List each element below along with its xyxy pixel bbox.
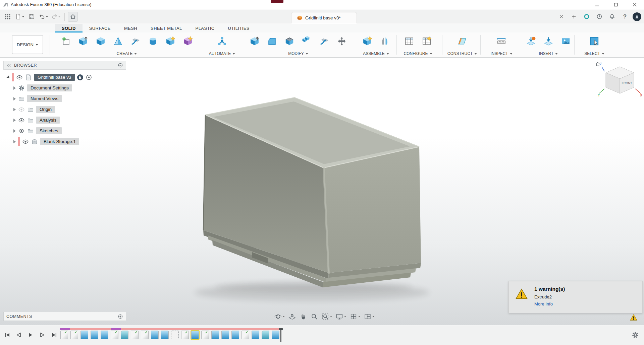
move-copy-button[interactable] bbox=[335, 34, 349, 49]
browser-item-named-views[interactable]: Named Views bbox=[9, 94, 126, 103]
skip-to-end-button[interactable] bbox=[50, 331, 58, 339]
visibility-eye-icon[interactable] bbox=[18, 128, 25, 134]
app-launcher-button[interactable] bbox=[3, 12, 13, 22]
browser-item-document-settings[interactable]: Document Settings bbox=[9, 83, 126, 92]
browser-item-label[interactable]: Analysis bbox=[36, 117, 60, 124]
loft-button[interactable] bbox=[111, 34, 125, 49]
view-cube[interactable]: FRONT Y X Z bbox=[594, 59, 643, 101]
timeline-feature-extrude[interactable] bbox=[272, 331, 279, 339]
orbit-button[interactable] bbox=[274, 312, 285, 321]
expand-caret-icon[interactable] bbox=[13, 86, 16, 90]
timeline-playhead[interactable] bbox=[280, 328, 281, 342]
save-button[interactable] bbox=[26, 12, 37, 22]
box-button[interactable] bbox=[94, 34, 108, 49]
timeline-feature-extrude[interactable] bbox=[221, 331, 229, 339]
play-button[interactable] bbox=[26, 331, 35, 339]
expand-caret-icon[interactable] bbox=[6, 75, 10, 79]
tab-solid[interactable]: SOLID bbox=[55, 24, 83, 32]
visibility-eye-icon[interactable] bbox=[18, 117, 25, 124]
tab-mesh[interactable]: MESH bbox=[117, 24, 144, 32]
timeline-feature-sketch[interactable] bbox=[131, 331, 139, 339]
tab-sheet-metal[interactable]: SHEET METAL bbox=[144, 24, 189, 32]
timeline-feature-sketch[interactable] bbox=[70, 331, 78, 339]
tab-surface[interactable]: SURFACE bbox=[83, 24, 117, 32]
browser-item-label[interactable]: Sketches bbox=[36, 127, 62, 134]
notifications-bell-icon[interactable] bbox=[607, 12, 617, 22]
minimize-panel-icon[interactable] bbox=[118, 63, 123, 68]
group-label-construct[interactable]: CONSTRUCT bbox=[445, 51, 479, 56]
look-at-button[interactable] bbox=[288, 312, 297, 321]
step-forward-button[interactable] bbox=[38, 331, 47, 339]
3d-viewport[interactable]: FRONT Y X Z BROWSER bbox=[0, 58, 644, 325]
sweep-button[interactable] bbox=[128, 34, 143, 49]
timeline-feature-sketch[interactable] bbox=[141, 331, 149, 339]
browser-item-sketches[interactable]: Sketches bbox=[9, 126, 126, 135]
zoom-button[interactable] bbox=[310, 312, 319, 321]
maximize-button[interactable] bbox=[606, 0, 625, 9]
viewports-button[interactable] bbox=[363, 312, 375, 321]
create-form-button[interactable] bbox=[181, 34, 195, 49]
timeline-feature-extrude[interactable] bbox=[252, 331, 259, 339]
more-info-link[interactable]: More Info bbox=[534, 301, 553, 306]
timeline-feature-extrude[interactable] bbox=[91, 331, 98, 339]
shell-button[interactable] bbox=[282, 34, 297, 49]
timeline-feature-sketch[interactable] bbox=[181, 331, 189, 339]
timeline-feature-sketch[interactable] bbox=[241, 331, 249, 339]
browser-root-item[interactable]: Gridfiniti base v3 E bbox=[3, 73, 126, 82]
units-icon[interactable] bbox=[86, 74, 92, 81]
fillet-button[interactable] bbox=[265, 34, 279, 49]
undo-button[interactable] bbox=[38, 12, 49, 22]
add-comment-icon[interactable] bbox=[118, 314, 123, 319]
group-label-configure[interactable]: CONFIGURE bbox=[398, 51, 437, 56]
comments-panel[interactable]: COMMENTS bbox=[3, 312, 126, 321]
group-label-select[interactable]: SELECT bbox=[578, 51, 611, 56]
group-label-inspect[interactable]: INSPECT bbox=[484, 51, 519, 56]
browser-item-label[interactable]: Document Settings bbox=[27, 84, 72, 91]
document-tab[interactable]: Gridfiniti base v3* bbox=[291, 12, 357, 23]
cylinder-button[interactable] bbox=[146, 34, 160, 49]
press-pull-button[interactable] bbox=[248, 34, 262, 49]
grid-settings-button[interactable] bbox=[349, 312, 361, 321]
insert-canvas-button[interactable] bbox=[559, 34, 573, 49]
group-label-automate[interactable]: AUTOMATE bbox=[207, 51, 237, 56]
step-back-button[interactable] bbox=[14, 331, 23, 339]
browser-item-blank-storage[interactable]: Blank Storage:1 bbox=[9, 137, 126, 146]
notification-warning-toggle[interactable] bbox=[629, 314, 638, 322]
user-avatar[interactable] bbox=[633, 12, 641, 21]
configuration-table-button[interactable] bbox=[420, 34, 434, 49]
measure-button[interactable] bbox=[494, 34, 508, 49]
display-settings-button[interactable] bbox=[335, 312, 347, 321]
expand-caret-icon[interactable] bbox=[13, 108, 16, 111]
timeline-feature-extrude[interactable] bbox=[231, 331, 239, 339]
job-status-icon[interactable] bbox=[582, 12, 592, 22]
tab-plastic[interactable]: PLASTIC bbox=[189, 24, 221, 32]
construction-plane-button[interactable] bbox=[455, 34, 469, 49]
browser-root-label[interactable]: Gridfiniti base v3 bbox=[34, 74, 75, 81]
combine-button[interactable] bbox=[300, 34, 314, 49]
timeline-feature-fillet[interactable] bbox=[121, 331, 128, 339]
timeline-feature-extrude[interactable] bbox=[191, 331, 199, 339]
joint-button[interactable] bbox=[378, 34, 392, 49]
browser-item-analysis[interactable]: Analysis bbox=[9, 116, 126, 125]
visibility-eye-icon[interactable] bbox=[22, 138, 29, 145]
create-sketch-button[interactable] bbox=[59, 34, 73, 49]
insert-derive-button[interactable] bbox=[541, 34, 555, 49]
history-icon[interactable] bbox=[594, 12, 604, 22]
new-component-button[interactable] bbox=[360, 34, 374, 49]
timeline-feature-extrude[interactable] bbox=[161, 331, 169, 339]
automate-button[interactable] bbox=[215, 34, 229, 49]
timeline-feature-sketch[interactable] bbox=[111, 331, 118, 339]
configuration-button[interactable] bbox=[402, 34, 416, 49]
timeline-feature-fillet[interactable] bbox=[262, 331, 269, 339]
pattern-button[interactable] bbox=[163, 34, 177, 49]
help-button[interactable]: ? bbox=[620, 12, 630, 22]
expand-caret-icon[interactable] bbox=[13, 140, 16, 143]
timeline-feature-extrude[interactable] bbox=[211, 331, 219, 339]
visibility-eye-off-icon[interactable] bbox=[18, 106, 25, 113]
minimize-button[interactable] bbox=[588, 0, 606, 9]
group-label-modify[interactable]: MODIFY bbox=[244, 51, 352, 56]
file-menu-button[interactable] bbox=[14, 12, 25, 22]
close-tab-button[interactable] bbox=[556, 12, 566, 22]
close-window-button[interactable] bbox=[625, 0, 644, 9]
browser-item-label[interactable]: Blank Storage:1 bbox=[40, 138, 79, 145]
